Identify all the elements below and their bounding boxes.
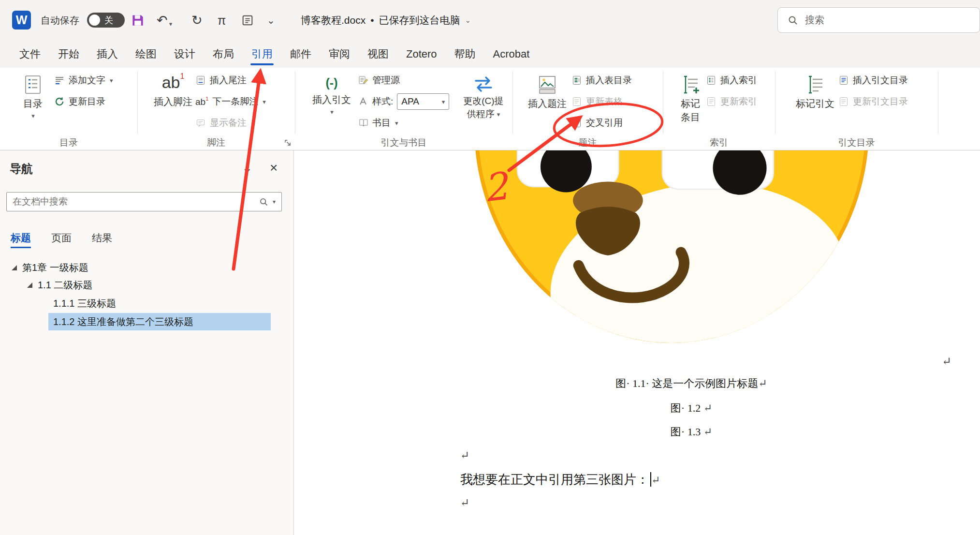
navigation-close-icon[interactable]: × (270, 160, 278, 176)
nav-tab-pages[interactable]: 页面 (51, 227, 72, 249)
frame-layout-icon (241, 14, 254, 27)
toc-button[interactable]: 目录 ▾ (13, 71, 53, 134)
group-divider (295, 72, 295, 134)
tab-review[interactable]: 审阅 (320, 40, 359, 68)
redo-button[interactable]: ↻ (191, 12, 203, 29)
group-label-authorities: 引文目录 (775, 136, 938, 149)
group-label-index: 索引 (663, 136, 775, 149)
search-input[interactable] (805, 15, 970, 26)
expand-triangle-icon[interactable] (27, 282, 32, 288)
tab-zotero[interactable]: Zotero (397, 40, 446, 68)
tab-references[interactable]: 引用 (243, 40, 281, 68)
empty-paragraph-mark[interactable]: ↵ (460, 449, 469, 462)
body-text-line[interactable]: 我想要在正文中引用第三张图片：↵ (460, 471, 660, 488)
nav-tab-results[interactable]: 结果 (92, 227, 112, 249)
document-search-box[interactable]: ▾ (6, 192, 282, 211)
tab-help[interactable]: 帮助 (446, 40, 484, 68)
tab-home[interactable]: 开始 (49, 40, 88, 68)
update-table-of-authorities-button[interactable]: 更新引文目录 (838, 93, 908, 110)
insert-index-icon (706, 75, 717, 86)
heading-item-1-1-1[interactable]: 1.1.1 三级标题 (53, 295, 116, 312)
tab-mailings[interactable]: 邮件 (281, 40, 320, 68)
bibliography-icon (358, 118, 368, 128)
insert-caption-button[interactable]: 插入题注 (525, 71, 570, 134)
bibliography-button[interactable]: 书目 ▾ (358, 114, 398, 132)
heading-item-1-1-2-selected[interactable]: 1.1.2 这里准备做第二个三级标题 (48, 313, 271, 330)
tab-acrobat[interactable]: Acrobat (484, 40, 539, 68)
autosave-state: 关 (104, 15, 113, 26)
ribbon-tab-bar: 文件 开始 插入 绘图 设计 布局 引用 邮件 审阅 视图 Zotero 帮助 … (0, 40, 980, 68)
undo-button[interactable]: ↶ ▾ (157, 12, 172, 29)
next-footnote-button[interactable]: ab1 下一条脚注 ▾ (195, 93, 266, 110)
paragraph-mark: ↵ (942, 355, 951, 368)
save-status: 已保存到这台电脑 (379, 14, 460, 27)
figure-caption-3[interactable]: 图· 1.3 ↵ (450, 425, 933, 439)
chevron-down-icon: ▾ (497, 111, 500, 118)
tab-layout[interactable]: 布局 (204, 40, 243, 68)
tab-insert[interactable]: 插入 (88, 40, 127, 68)
document-image-shiba[interactable] (475, 150, 870, 352)
show-notes-button[interactable]: 显示备注 (195, 114, 247, 132)
navigation-title: 导航 (10, 161, 33, 177)
undo-icon: ↶ (157, 13, 168, 28)
group-label-captions: 题注 (512, 136, 663, 149)
save-button[interactable] (131, 12, 145, 29)
heading-item-chapter1[interactable]: 第1章 一级标题 (12, 259, 88, 276)
mark-citation-icon (804, 74, 826, 95)
search-options-chevron-icon[interactable]: ▾ (273, 198, 276, 205)
update-table-of-authorities-icon (838, 96, 849, 107)
figure-caption-2[interactable]: 图· 1.2 ↵ (450, 401, 933, 416)
autosave-toggle[interactable]: 关 (87, 13, 125, 28)
paragraph-mark: ↵ (758, 377, 767, 389)
mark-entry-icon (680, 74, 701, 95)
heading-item-1-1[interactable]: 1.1 二级标题 (27, 276, 92, 294)
figure-caption-1[interactable]: 图· 1.1· 这是一个示例图片标题↵ (450, 376, 933, 391)
paragraph-mark: ↵ (703, 426, 712, 438)
word-logo-icon[interactable]: W (12, 11, 31, 30)
update-toc-button[interactable]: 更新目录 (54, 93, 105, 110)
equation-button[interactable]: π (218, 12, 226, 29)
next-footnote-icon: ab1 (195, 97, 208, 106)
insert-endnote-button[interactable]: 插入尾注 (195, 72, 247, 89)
tab-file[interactable]: 文件 (11, 40, 49, 68)
insert-footnote-button[interactable]: ab1 插入脚注 (151, 71, 195, 134)
document-title-area[interactable]: 博客教程.docx • 已保存到这台电脑 ⌄ (301, 13, 471, 28)
tab-design[interactable]: 设计 (165, 40, 204, 68)
pi-icon: π (218, 14, 226, 28)
update-index-icon (706, 96, 717, 107)
update-table-button[interactable]: 更新表格 (571, 93, 623, 110)
mark-citation-button[interactable]: 标记引文 (793, 71, 837, 134)
tab-view[interactable]: 视图 (359, 40, 397, 68)
insert-table-of-authorities-button[interactable]: 插入引文目录 (838, 72, 908, 89)
insert-endnote-icon (195, 75, 206, 86)
group-divider (775, 72, 775, 134)
insert-index-button[interactable]: 插入索引 (706, 72, 757, 89)
document-search-input[interactable] (13, 196, 255, 207)
nav-tab-headings[interactable]: 标题 (11, 227, 31, 249)
empty-paragraph-mark[interactable]: ↵ (460, 496, 469, 509)
add-text-button[interactable]: 添加文字 ▾ (54, 72, 113, 89)
chevron-down-icon: ▾ (442, 98, 445, 105)
expand-triangle-icon[interactable] (12, 265, 17, 270)
insert-citation-button[interactable]: (-) 插入引文 ▾ (309, 71, 354, 134)
group-divider (512, 72, 513, 134)
tab-draw[interactable]: 绘图 (127, 40, 165, 68)
title-bar: W 自动保存 关 ↶ ▾ ↻ π ⌄ 博客教程.do (0, 0, 980, 40)
search-box[interactable] (777, 7, 980, 33)
group-label-citations: 引文与书目 (295, 136, 512, 149)
insert-table-of-figures-button[interactable]: 插入表目录 (571, 72, 632, 89)
group-label-footnotes: 脚注 (137, 136, 295, 149)
customize-toolbar-button[interactable]: ⌄ (267, 12, 275, 29)
mark-entry-button[interactable]: 标记 条目 (672, 71, 709, 134)
style-dropdown[interactable]: APA ▾ (397, 93, 449, 110)
manage-sources-button[interactable]: 管理源 (358, 72, 400, 89)
change-provider-button[interactable]: 更改(C)提 供程序▾ (456, 71, 511, 134)
chevron-down-icon: ▾ (110, 77, 113, 84)
footnote-ab1-icon: ab1 (162, 74, 185, 93)
paragraph-mark: ↵ (651, 474, 660, 486)
update-table-icon (571, 96, 582, 107)
update-index-button[interactable]: 更新索引 (706, 93, 757, 110)
navigation-collapse-chevron-icon[interactable]: ⌄ (242, 160, 253, 176)
cross-reference-button[interactable]: 交叉引用 (571, 114, 623, 132)
frame-layout-button[interactable] (241, 12, 254, 29)
